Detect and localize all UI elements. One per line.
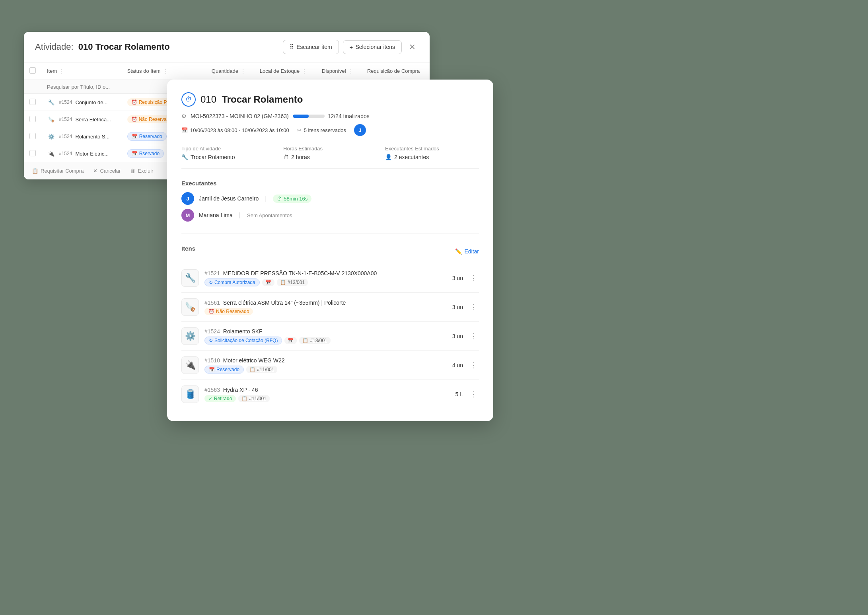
activity-types-grid: Tipo de Atividade 🔧 Trocar Rolamento Hor… bbox=[181, 146, 479, 169]
executante2-no-apontamentos: Sem Apontamentos bbox=[247, 212, 292, 218]
clock-icon: ⏰ bbox=[131, 99, 137, 105]
activity-type-item: Tipo de Atividade 🔧 Trocar Rolamento bbox=[181, 146, 275, 160]
item5-id: #1563 bbox=[204, 387, 220, 393]
item5-badges: ✓ Retirado 📋 #11/001 bbox=[204, 395, 442, 402]
requisitar-label: Requisitar Compra bbox=[41, 168, 84, 174]
row1-item-icon: 🔧 bbox=[47, 98, 56, 107]
itens-section: Itens ✏️ Editar 🔧 #1521 MEDIDOR DE PRESS… bbox=[181, 245, 479, 409]
row4-item-name: Motor Elétric... bbox=[75, 151, 109, 157]
col-purchase-label: Requisição de Compra bbox=[367, 68, 420, 74]
item1-qty: 3 un bbox=[447, 275, 463, 281]
item3-more-btn[interactable]: ⋮ bbox=[469, 332, 479, 341]
requisitar-icon: 📋 bbox=[32, 168, 38, 174]
header-checkbox[interactable] bbox=[29, 67, 36, 74]
activity-type-text: Trocar Rolamento bbox=[191, 154, 235, 160]
detail-date-row: 📅 10/06/2023 às 08:00 - 10/06/2023 às 10… bbox=[181, 124, 479, 136]
activity-number: 010 bbox=[200, 94, 216, 105]
detail-title: 010 Trocar Rolamento bbox=[200, 94, 303, 105]
item1-status-badge: ↻ Compra Autorizada bbox=[204, 278, 260, 286]
executantes-est-value: 👤 2 executantes bbox=[385, 154, 479, 160]
item1-badges: ↻ Compra Autorizada 📅 📋 #13/001 bbox=[204, 278, 442, 286]
progress-bar-fill bbox=[293, 115, 309, 118]
cal-icon2: 📅 bbox=[132, 151, 138, 156]
row1-item-name: Conjunto de... bbox=[75, 99, 107, 105]
reserved-text: 5 itens reservados bbox=[304, 127, 346, 133]
wo-text: MOI-5022373 - MOINHO 02 (GM-2363) bbox=[191, 113, 289, 119]
item-row-2: 🪚 #1561 Serra elétrica ASM Ultra 14" (~3… bbox=[181, 293, 479, 322]
row2-item-name: Serra Elétrica... bbox=[75, 117, 111, 123]
item5-name: #1563 Hydra XP - 46 bbox=[204, 387, 442, 393]
executante2-avatar: M bbox=[181, 209, 194, 222]
excluir-button[interactable]: 🗑 Excluir bbox=[130, 168, 153, 174]
item1-id: #1521 bbox=[204, 270, 220, 276]
executantes-est-label: Executantes Estimados bbox=[385, 146, 479, 152]
activity-type-label: Tipo de Atividade bbox=[181, 146, 275, 152]
horas-item: Horas Estimadas ⏱ 2 horas bbox=[283, 146, 377, 160]
header-checkbox-cell bbox=[24, 62, 41, 80]
col-drag-icon4: ⋮ bbox=[302, 68, 307, 74]
title-label: Atividade: bbox=[35, 42, 74, 52]
header-actions: ⠿ Escanear item + Selecionar itens ✕ bbox=[283, 40, 418, 54]
progress-bar-container: 12/24 finalizados bbox=[293, 113, 370, 119]
date-icon: 📅 bbox=[181, 127, 188, 133]
item3-status-badge: ↻ Solicitação de Cotação (RFQ) bbox=[204, 337, 282, 344]
reserved-item: ✂ 5 itens reservados bbox=[297, 127, 346, 133]
item4-more-btn[interactable]: ⋮ bbox=[469, 361, 479, 370]
list-panel-header: Atividade: 010 Trocar Rolamento ⠿ Escane… bbox=[24, 32, 430, 62]
item1-info: #1521 MEDIDOR DE PRESSÃO TK-N-1-E-B05C-M… bbox=[204, 270, 442, 286]
col-available-label: Disponível bbox=[322, 68, 346, 74]
row3-item-name: Rolamento S... bbox=[75, 134, 109, 140]
doc-icon3: 📋 bbox=[249, 367, 255, 372]
doc-icon4: 📋 bbox=[241, 396, 247, 401]
row4-checkbox[interactable] bbox=[29, 150, 36, 156]
col-drag-icon: ⋮ bbox=[59, 68, 64, 74]
clock-green-icon: ⏱ bbox=[277, 196, 282, 202]
item4-name: #1510 Motor elétrico WEG W22 bbox=[204, 357, 442, 364]
row3-item-id: #1524 bbox=[59, 134, 72, 139]
excluir-icon: 🗑 bbox=[130, 168, 135, 174]
rfq-icon: ↻ bbox=[209, 338, 213, 343]
row1-checkbox[interactable] bbox=[29, 99, 36, 105]
row3-status-badge: 📅 Reservado bbox=[127, 132, 167, 141]
item1-more-btn[interactable]: ⋮ bbox=[469, 274, 479, 282]
item4-id: #1510 bbox=[204, 357, 220, 364]
progress-text: 12/24 finalizados bbox=[328, 113, 370, 119]
editar-button[interactable]: ✏️ Editar bbox=[455, 248, 479, 255]
select-items-button[interactable]: + Selecionar itens bbox=[343, 40, 402, 54]
scan-button[interactable]: ⠿ Escanear item bbox=[283, 40, 339, 54]
item5-more-btn[interactable]: ⋮ bbox=[469, 390, 479, 399]
col-status-label: Status do Item bbox=[127, 68, 161, 74]
item4-qty: 4 un bbox=[447, 362, 463, 368]
item1-name: #1521 MEDIDOR DE PRESSÃO TK-N-1-E-B05C-M… bbox=[204, 270, 442, 276]
item5-ref-badge: 📋 #11/001 bbox=[238, 395, 269, 402]
requisitar-button[interactable]: 📋 Requisitar Compra bbox=[32, 168, 84, 174]
activity-type-value: 🔧 Trocar Rolamento bbox=[181, 154, 275, 160]
item1-cal-badge: 📅 bbox=[262, 279, 274, 286]
cal-icon: 📅 bbox=[132, 134, 138, 139]
item-row-1: 🔧 #1521 MEDIDOR DE PRESSÃO TK-N-1-E-B05C… bbox=[181, 264, 479, 293]
col-item: Item ⋮ bbox=[41, 62, 122, 80]
item3-cal-badge: 📅 bbox=[284, 337, 297, 344]
cancelar-button[interactable]: ✕ Cancelar bbox=[93, 168, 121, 174]
col-purchase: Requisição de Compra bbox=[362, 62, 430, 80]
close-button[interactable]: ✕ bbox=[406, 41, 418, 53]
table-header-row: Item ⋮ Status do Item ⋮ Quantidade bbox=[24, 62, 430, 80]
row3-checkbox[interactable] bbox=[29, 133, 36, 139]
itens-section-header: Itens ✏️ Editar bbox=[181, 245, 479, 257]
item2-id: #1561 bbox=[204, 300, 220, 306]
executantes-section-title: Executantes bbox=[181, 180, 479, 187]
row2-checkbox[interactable] bbox=[29, 116, 36, 122]
row4-item-icon: 🔌 bbox=[47, 149, 56, 158]
col-qty-label: Quantidade bbox=[212, 68, 238, 74]
item4-info: #1510 Motor elétrico WEG W22 📅 Reservado… bbox=[204, 357, 442, 374]
executante2-name: Mariana Lima bbox=[199, 212, 233, 218]
item2-more-btn[interactable]: ⋮ bbox=[469, 303, 479, 311]
col-location: Local de Estoque ⋮ bbox=[254, 62, 316, 80]
item5-qty: 5 L bbox=[447, 391, 463, 397]
warning-icon: ⏰ bbox=[208, 309, 214, 314]
horas-value: ⏱ 2 horas bbox=[283, 154, 377, 160]
item3-name: #1524 Rolamento SKF bbox=[204, 328, 442, 335]
executante1-avatar: J bbox=[181, 192, 194, 205]
item3-img: ⚙️ bbox=[181, 327, 199, 345]
col-status: Status do Item ⋮ bbox=[122, 62, 206, 80]
